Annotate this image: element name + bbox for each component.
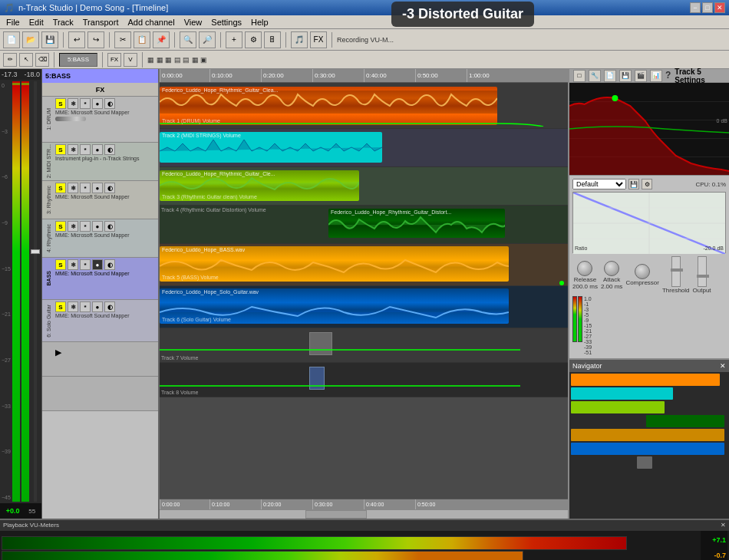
track-6-solo[interactable]: S	[55, 301, 66, 312]
track-5-mute[interactable]: ⚛	[68, 259, 78, 270]
track-4-rec[interactable]: ●	[92, 221, 103, 232]
comp-attack-knob[interactable]	[604, 261, 619, 276]
save-button[interactable]: 💾	[41, 31, 58, 48]
track-clip-4[interactable]: Federico_Luddo_Hope_Rhythmic_Guitar_Dist…	[328, 209, 505, 238]
settings-btn-6[interactable]: 📊	[650, 70, 662, 82]
track-6-mute[interactable]: ⚛	[68, 301, 78, 312]
track-2-fx[interactable]: *	[80, 144, 91, 155]
close-button[interactable]: ✕	[714, 2, 725, 13]
track-6-stereo[interactable]: ◐	[104, 301, 115, 312]
metronome-button[interactable]: 🎵	[291, 31, 308, 48]
cut-button[interactable]: ✂	[114, 31, 131, 48]
menu-help[interactable]: Help	[246, 17, 273, 28]
effects-button[interactable]: FX	[310, 31, 327, 48]
vu-fader[interactable]	[31, 81, 40, 502]
comp-threshold-handle[interactable]	[671, 268, 683, 272]
comp-output-slider[interactable]	[698, 256, 707, 287]
menu-settings[interactable]: Settings	[206, 17, 246, 28]
mixer-button[interactable]: 🎚	[264, 31, 281, 48]
track-1-stereo[interactable]: ◐	[104, 98, 115, 109]
comp-output-handle[interactable]	[697, 275, 709, 278]
track-2-stereo[interactable]: ◐	[104, 144, 115, 155]
new-button[interactable]: 📄	[3, 31, 20, 48]
menu-view[interactable]: View	[180, 17, 207, 28]
redo-button[interactable]: ↪	[87, 31, 104, 48]
track-1-vertical-label: 1: DRUM	[44, 97, 53, 142]
track-5-stereo[interactable]: ◐	[104, 259, 115, 270]
navigator-close[interactable]: ✕	[720, 362, 726, 370]
track-5-fx[interactable]: *	[80, 259, 91, 270]
menu-addchannel[interactable]: Add channel	[123, 17, 179, 28]
track-4-mute[interactable]: ⚛	[68, 221, 78, 232]
track-4-solo[interactable]: S	[55, 221, 66, 232]
comp-ratio-label: Ratio	[575, 245, 587, 251]
paste-button[interactable]: 📌	[153, 31, 170, 48]
settings-help[interactable]: ?	[665, 70, 671, 82]
undo-button[interactable]: ↩	[68, 31, 85, 48]
add-track-button[interactable]: +	[226, 31, 242, 48]
track-3-mute[interactable]: ⚛	[68, 183, 78, 193]
track-1-rec[interactable]: ●	[92, 98, 103, 109]
ruler-0: 0:00:00	[160, 69, 183, 82]
settings-btn-3[interactable]: 📄	[604, 70, 616, 82]
comp-release-knob[interactable]	[577, 261, 592, 276]
settings-btn-2[interactable]: 🔧	[589, 70, 601, 82]
settings-btn-5[interactable]: 🎬	[635, 70, 647, 82]
track-6-device: MME: Microsoft Sound Mapper	[55, 313, 157, 318]
clip-label-5: Federico_Luddo_Hope_BASS.wav	[162, 247, 245, 252]
select-button[interactable]: ↖	[19, 53, 33, 67]
track-4-device: MME: Microsoft Sound Mapper	[55, 232, 157, 238]
track-clip-5[interactable]: Federico_Luddo_Hope_BASS.wav Track 5 (BA…	[160, 246, 509, 282]
properties-button[interactable]: ⚙	[245, 31, 262, 48]
track-3-fx[interactable]: *	[80, 183, 91, 193]
track-clip-2[interactable]: Track 2 (MIDI STRINGS) Volume	[160, 132, 382, 163]
open-button[interactable]: 📂	[22, 31, 39, 48]
track-3-solo[interactable]: S	[55, 183, 66, 193]
track-clip-1[interactable]: Federico_Luddo_Hope_Rhythmic_Guitar_Clea…	[160, 87, 497, 125]
horizontal-scrollbar[interactable]	[160, 509, 568, 519]
menu-transport[interactable]: Transport	[78, 17, 124, 28]
comp-save-btn[interactable]: 💾	[628, 179, 639, 189]
track-1-mute[interactable]: ⚛	[68, 98, 78, 109]
track-6-fx[interactable]: *	[80, 301, 91, 312]
track-4-stereo[interactable]: ◐	[104, 221, 115, 232]
track-2-solo[interactable]: S	[55, 144, 66, 155]
track-1-solo[interactable]: S	[55, 98, 66, 109]
track-5-rec[interactable]: ●	[92, 259, 103, 270]
track-clip-6[interactable]: Federico_Loddo_Hope_Solo_Guitar.wav Trac…	[160, 288, 509, 324]
track-2-rec[interactable]: ●	[92, 144, 103, 155]
maximize-button[interactable]: □	[702, 2, 713, 13]
track-3-stereo[interactable]: ◐	[104, 183, 115, 193]
track-1-volume[interactable]	[55, 117, 86, 121]
track-1-fx[interactable]: *	[80, 98, 91, 109]
track-6-rec[interactable]: ●	[92, 301, 103, 312]
track-2-mute[interactable]: ⚛	[68, 144, 78, 155]
menu-track[interactable]: Track	[48, 17, 78, 28]
track-3-rec[interactable]: ●	[92, 183, 103, 193]
compressor-preset-select[interactable]: Default	[572, 179, 626, 189]
tracks-area: Federico_Luddo_Hope_Rhythmic_Guitar_Clea…	[160, 83, 568, 499]
fx-button[interactable]: FX	[107, 53, 121, 67]
zoom-in-button[interactable]: 🔍	[180, 31, 196, 48]
menu-edit[interactable]: Edit	[25, 17, 48, 28]
comp-settings-btn[interactable]: ⚙	[642, 179, 652, 189]
comp-knob[interactable]	[635, 264, 650, 279]
track-lane-3: Federico_Luddo_Hope_Rhythmic_Guitar_Cle.…	[160, 167, 568, 206]
ruler-30: 0:30:00	[312, 69, 335, 82]
zoom-out-button[interactable]: 🔎	[199, 31, 216, 48]
settings-btn-4[interactable]: 💾	[619, 70, 632, 82]
draw-button[interactable]: ✏	[3, 53, 17, 67]
track-clip-3[interactable]: Federico_Luddo_Hope_Rhythmic_Guitar_Cle.…	[160, 170, 359, 201]
nav-track-2	[571, 387, 673, 400]
copy-button[interactable]: 📋	[134, 31, 150, 48]
track-4-fx[interactable]: *	[80, 221, 91, 232]
track-5-end-marker	[559, 281, 564, 285]
menu-file[interactable]: File	[2, 17, 25, 28]
vol-button[interactable]: V	[124, 53, 137, 67]
scrollbar-thumb[interactable]	[305, 510, 367, 519]
eraser-button[interactable]: ⌫	[35, 53, 49, 67]
comp-threshold-slider[interactable]	[671, 256, 681, 287]
track-5-solo[interactable]: S	[55, 259, 66, 270]
settings-btn-1[interactable]: □	[573, 70, 586, 82]
minimize-button[interactable]: −	[690, 2, 701, 13]
